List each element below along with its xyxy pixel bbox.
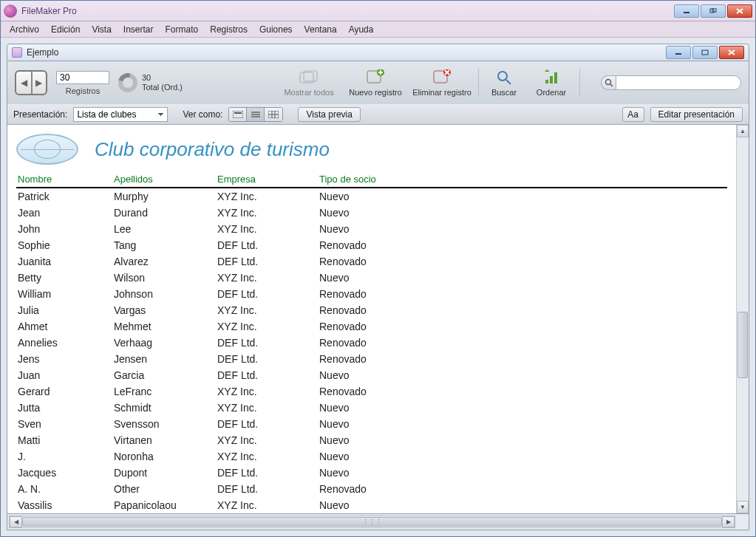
table-row[interactable]: WilliamJohnsonDEF Ltd.Renovado — [16, 286, 727, 302]
table-row[interactable]: AhmetMehmetXYZ Inc.Renovado — [16, 318, 727, 335]
new-record-icon — [365, 69, 386, 86]
table-row[interactable]: JacquesDupontDEF Ltd.Nuevo — [16, 465, 727, 481]
table-row[interactable]: J.NoronhaXYZ Inc.Nuevo — [16, 448, 727, 465]
doc-minimize-button[interactable] — [666, 46, 691, 59]
layout-title: Club corporativo de turismo — [95, 138, 330, 161]
table-row[interactable]: JuanitaAlvarezDEF Ltd.Renovado — [16, 253, 727, 270]
cell: John — [16, 222, 112, 236]
cell: Schmidt — [112, 400, 216, 415]
cell: XYZ Inc. — [216, 222, 318, 236]
cell: Renovado — [318, 303, 727, 318]
cell: Johnson — [112, 287, 216, 301]
menu-archivo[interactable]: Archivo — [4, 23, 45, 36]
scroll-thumb[interactable] — [738, 312, 748, 378]
cell: XYZ Inc. — [216, 303, 318, 318]
doc-maximize-button[interactable] — [692, 46, 718, 59]
cell: Nuevo — [318, 368, 727, 383]
toolbar-divider — [579, 69, 580, 97]
scroll-right-button[interactable]: ▶ — [722, 516, 735, 527]
table-row[interactable]: GerardLeFrancXYZ Inc.Renovado — [16, 383, 727, 400]
cell: XYZ Inc. — [216, 319, 318, 334]
cell: Nuevo — [318, 417, 727, 431]
menu-vista[interactable]: Vista — [86, 23, 117, 36]
menu-insertar[interactable]: Insertar — [118, 23, 160, 36]
cell: Nuevo — [318, 498, 727, 513]
cell: Garcia — [112, 368, 216, 383]
scroll-left-button[interactable]: ◀ — [10, 516, 22, 527]
table-row[interactable]: JuliaVargasXYZ Inc.Renovado — [16, 302, 727, 318]
close-button[interactable] — [727, 4, 752, 18]
pie-status-text: 30 Total (Ord.) — [142, 73, 183, 92]
table-row[interactable]: JensJensenDEF Ltd.Renovado — [16, 351, 727, 367]
menu-edición[interactable]: Edición — [45, 23, 86, 36]
view-list-button[interactable] — [247, 108, 265, 121]
cell: Mehmet — [112, 319, 216, 334]
find-button[interactable]: Buscar — [483, 67, 525, 98]
cell: XYZ Inc. — [216, 189, 318, 204]
layout-select[interactable]: Lista de clubes — [73, 107, 168, 122]
view-form-button[interactable] — [229, 108, 247, 121]
svg-rect-26 — [233, 111, 243, 118]
cell: Annelies — [16, 335, 112, 350]
next-record-button[interactable]: ▶ — [31, 72, 46, 94]
cell: Verhaag — [112, 335, 216, 350]
svg-line-25 — [610, 84, 613, 86]
cell: Nuevo — [318, 270, 727, 285]
cell: Betty — [16, 270, 112, 285]
table-row[interactable]: JeanDurandXYZ Inc.Nuevo — [16, 205, 727, 221]
scroll-down-button[interactable]: ▼ — [737, 501, 749, 513]
new-record-button[interactable]: Nuevo registro — [344, 67, 407, 98]
col-apellidos: Apellidos — [112, 172, 216, 186]
cell: Vargas — [112, 303, 216, 318]
menu-ventana[interactable]: Ventana — [299, 23, 343, 36]
table-row[interactable]: VassilisPapanicolaouXYZ Inc.Nuevo — [16, 497, 727, 513]
preview-button[interactable]: Vista previa — [298, 107, 360, 122]
table-row[interactable]: MattiVirtanenXYZ Inc.Nuevo — [16, 432, 727, 448]
cell: DEF Ltd. — [216, 238, 318, 253]
show-all-button[interactable]: Mostrar todos — [277, 67, 341, 98]
table-row[interactable]: JohnLeeXYZ Inc.Nuevo — [16, 221, 727, 237]
main-toolbar: ◀ ▶ Registros 30 Total (Ord.) Mostrar to… — [7, 61, 749, 104]
minimize-button[interactable] — [674, 4, 699, 18]
prev-record-button[interactable]: ◀ — [16, 72, 31, 94]
horizontal-scrollbar[interactable]: ◀ ⋮⋮⋮ ▶ — [9, 516, 735, 528]
table-row[interactable]: SophieTangDEF Ltd.Renovado — [16, 237, 727, 253]
quick-search-input[interactable] — [616, 75, 741, 90]
edit-layout-button[interactable]: Editar presentación — [650, 107, 743, 122]
hscroll-thumb[interactable]: ⋮⋮⋮ — [22, 517, 722, 527]
cell: Juan — [16, 368, 112, 383]
table-row[interactable]: BettyWilsonXYZ Inc.Nuevo — [16, 270, 727, 286]
cell: William — [16, 287, 112, 301]
menu-registros[interactable]: Registros — [204, 23, 253, 36]
pie-status-icon[interactable] — [118, 73, 137, 92]
cell: Renovado — [318, 384, 727, 399]
vertical-scrollbar[interactable]: ▲ ▼ — [736, 125, 749, 513]
cell: Nuevo — [318, 449, 727, 464]
menu-ayuda[interactable]: Ayuda — [343, 23, 380, 36]
record-navigator: ◀ ▶ — [15, 70, 47, 95]
status-bar: ◀ ⋮⋮⋮ ▶ — [7, 514, 749, 530]
cell: Jean — [16, 205, 112, 220]
table-row[interactable]: JuanGarciaDEF Ltd.Nuevo — [16, 367, 727, 383]
doc-close-button[interactable] — [719, 46, 744, 59]
table-row[interactable]: A. N.OtherDEF Ltd.Renovado — [16, 481, 727, 497]
table-row[interactable]: AnneliesVerhaagDEF Ltd.Renovado — [16, 335, 727, 351]
sort-button[interactable]: Ordenar — [528, 67, 575, 98]
menu-formato[interactable]: Formato — [160, 23, 205, 36]
table-row[interactable]: JuttaSchmidtXYZ Inc.Nuevo — [16, 400, 727, 416]
quick-search-icon[interactable] — [601, 75, 616, 90]
menu-guiones[interactable]: Guiones — [253, 23, 299, 36]
delete-record-button[interactable]: Eliminar registro — [410, 67, 474, 98]
cell: Jensen — [112, 352, 216, 366]
table-row[interactable]: SvenSvenssonDEF Ltd.Nuevo — [16, 416, 727, 432]
svg-point-24 — [605, 80, 610, 85]
table-row[interactable]: PatrickMurphyXYZ Inc.Nuevo — [16, 188, 727, 205]
view-table-button[interactable] — [265, 108, 282, 121]
cell: Other — [112, 482, 216, 496]
formatting-bar-toggle[interactable]: Aa — [622, 107, 644, 122]
record-number-input[interactable] — [56, 71, 109, 84]
maximize-button[interactable] — [701, 4, 726, 18]
scroll-up-button[interactable]: ▲ — [737, 125, 749, 137]
col-empresa: Empresa — [216, 172, 318, 186]
cell: DEF Ltd. — [216, 287, 318, 301]
